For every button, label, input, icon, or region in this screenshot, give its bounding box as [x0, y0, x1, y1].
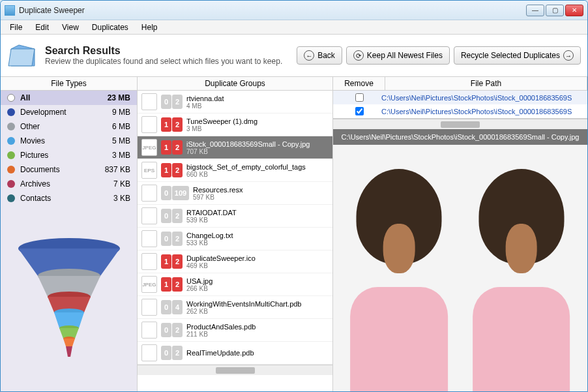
group-filesize: 597 KB: [193, 194, 329, 201]
file-path-text: C:\Users\Neil\Pictures\StockPhotos\iStoc…: [381, 94, 583, 102]
keep-count-badge: 0: [161, 300, 171, 314]
back-button[interactable]: ← Back: [297, 46, 342, 65]
path-row[interactable]: C:\Users\Neil\Pictures\StockPhotos\iStoc…: [333, 104, 587, 118]
remove-checkbox[interactable]: [355, 93, 364, 102]
duplicate-group-row[interactable]: 12TuneSweeper (1).dmg3 MB: [138, 113, 332, 136]
file-icon: [141, 185, 157, 202]
file-type-row[interactable]: Contacts3 KB: [1, 191, 137, 205]
group-filesize: 469 KB: [186, 262, 329, 269]
type-color-dot: [7, 123, 15, 130]
keep-count-badge: 1: [161, 254, 171, 269]
menu-help[interactable]: Help: [135, 22, 164, 33]
window-title: Duplicate Sweeper: [19, 6, 526, 15]
file-icon: [141, 253, 157, 270]
dup-count-badge: 2: [172, 140, 183, 155]
preview-image: [333, 145, 587, 391]
col-file-path[interactable]: File Path: [385, 77, 587, 90]
file-icon: [141, 344, 157, 361]
menu-duplicates[interactable]: Duplicates: [85, 22, 135, 33]
keep-count-badge: 0: [161, 323, 171, 337]
type-size: 9 MB: [112, 108, 130, 117]
remove-checkbox[interactable]: [355, 107, 364, 115]
preview-pane: C:\Users\Neil\Pictures\StockPhotos\iStoc…: [333, 129, 587, 391]
close-button[interactable]: ✕: [565, 5, 583, 16]
count-badges: 02: [161, 95, 183, 109]
duplicate-group-row[interactable]: JPEG12iStock_000018683569Small - Copy.jp…: [138, 136, 332, 159]
file-type-row[interactable]: All23 MB: [1, 91, 137, 105]
duplicate-group-row[interactable]: 0109Resources.resx597 KB: [138, 182, 332, 205]
duplicate-group-row[interactable]: 12DuplicateSweeper.ico469 KB: [138, 250, 332, 273]
maximize-button[interactable]: ▢: [546, 5, 564, 16]
file-icon: [141, 207, 157, 224]
menu-edit[interactable]: Edit: [29, 22, 55, 33]
recycle-button[interactable]: Recycle Selected Duplicates →: [454, 46, 581, 65]
count-badges: 02: [161, 232, 183, 246]
keep-newest-button[interactable]: ⟳ Keep All Newest Files: [346, 46, 450, 65]
group-filesize: 4 MB: [186, 102, 329, 110]
group-filesize: 707 KB: [186, 148, 329, 155]
file-icon: [141, 322, 157, 339]
sidebar: All23 MBDevelopment9 MBOther6 MBMovies5 …: [1, 91, 138, 391]
count-badges: 12: [161, 140, 183, 155]
group-filename: DuplicateSweeper.ico: [186, 254, 329, 262]
file-type-row[interactable]: Pictures3 MB: [1, 148, 137, 162]
type-name: All: [20, 93, 30, 102]
file-types-list: All23 MBDevelopment9 MBOther6 MBMovies5 …: [1, 91, 137, 205]
keep-count-badge: 0: [161, 186, 171, 200]
group-filesize: 262 KB: [186, 308, 329, 315]
app-icon: [5, 5, 15, 16]
count-badges: 12: [161, 117, 183, 132]
group-filesize: 3 MB: [186, 125, 329, 132]
type-name: Movies: [20, 136, 45, 145]
path-row[interactable]: C:\Users\Neil\Pictures\StockPhotos\iStoc…: [333, 91, 587, 104]
duplicate-group-row[interactable]: JPEG12USA.jpg266 KB: [138, 273, 332, 296]
count-badges: 12: [161, 254, 183, 269]
col-file-types[interactable]: File Types: [1, 77, 138, 90]
type-size: 3 MB: [112, 151, 130, 160]
type-name: Development: [20, 108, 66, 117]
groups-hscroll[interactable]: [138, 365, 332, 375]
group-filesize: 266 KB: [186, 285, 329, 292]
file-type-row[interactable]: Other6 MB: [1, 119, 137, 134]
type-color-dot: [7, 194, 15, 202]
type-color-dot: [7, 180, 15, 188]
duplicate-group-row[interactable]: 02RealTimeUpdate.pdb: [138, 342, 332, 365]
dup-count-badge: 2: [172, 346, 183, 360]
titlebar[interactable]: Duplicate Sweeper — ▢ ✕: [1, 1, 587, 20]
minimize-button[interactable]: —: [526, 5, 544, 16]
duplicate-group-row[interactable]: 04WorkingWithEventsInMultiChart.pdb262 K…: [138, 296, 332, 319]
keep-count-badge: 0: [161, 232, 171, 246]
group-filename: RTAIODAT.DAT: [186, 209, 329, 217]
keep-count-badge: 0: [161, 346, 171, 360]
funnel-chart: [1, 205, 137, 391]
dup-count-badge: 2: [172, 277, 183, 292]
group-filename: TuneSweeper (1).dmg: [186, 117, 329, 125]
duplicate-groups-list[interactable]: 02rtvienna.dat4 MB12TuneSweeper (1).dmg3…: [138, 91, 333, 391]
file-type-row[interactable]: Development9 MB: [1, 105, 137, 119]
menubar: File Edit View Duplicates Help: [1, 20, 587, 35]
keep-newest-label: Keep All Newest Files: [367, 51, 443, 60]
col-remove[interactable]: Remove: [333, 77, 385, 90]
menu-file[interactable]: File: [3, 22, 29, 33]
file-type-row[interactable]: Archives7 KB: [1, 177, 137, 191]
duplicate-group-row[interactable]: 02ProductAndSales.pdb211 KB: [138, 319, 332, 342]
duplicate-group-row[interactable]: 02ChangeLog.txt533 KB: [138, 228, 332, 250]
duplicate-group-row[interactable]: EPS12bigstock_Set_of_empty_colorful_tags…: [138, 159, 332, 182]
file-type-row[interactable]: Movies5 MB: [1, 134, 137, 148]
dup-count-badge: 2: [172, 117, 183, 132]
group-filesize: 533 KB: [186, 239, 329, 247]
path-hscroll[interactable]: [333, 119, 587, 129]
col-duplicate-groups[interactable]: Duplicate Groups: [138, 77, 333, 90]
group-filesize: 660 KB: [186, 171, 329, 178]
group-filename: iStock_000018683569Small - Copy.jpg: [186, 140, 329, 148]
right-panel: C:\Users\Neil\Pictures\StockPhotos\iStoc…: [333, 91, 587, 391]
keep-count-badge: 1: [161, 140, 171, 155]
file-path-list: C:\Users\Neil\Pictures\StockPhotos\iStoc…: [333, 91, 587, 119]
duplicate-group-row[interactable]: 02RTAIODAT.DAT539 KB: [138, 205, 332, 228]
type-name: Pictures: [20, 151, 48, 160]
file-type-row[interactable]: Documents837 KB: [1, 162, 137, 177]
group-filesize: 539 KB: [186, 217, 329, 224]
menu-view[interactable]: View: [55, 22, 85, 33]
header: Search Results Review the duplicates fou…: [1, 35, 587, 77]
duplicate-group-row[interactable]: 02rtvienna.dat4 MB: [138, 91, 332, 113]
